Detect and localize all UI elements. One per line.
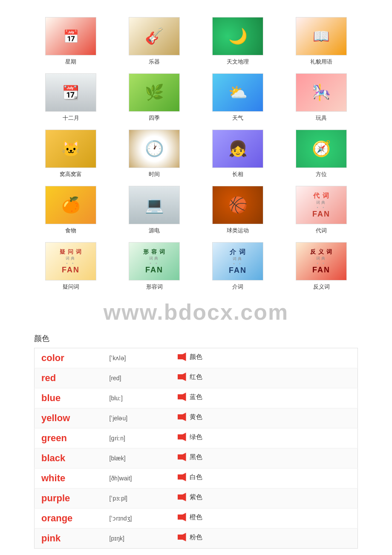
audio-icon-orange[interactable] [178, 513, 186, 521]
vocab-audio-blue[interactable]: 蓝色 [171, 388, 358, 405]
vocab-phonetic-yellow: [ˈjeləu] [103, 408, 171, 428]
category-item-siji[interactable]: 🌿 四季 [118, 73, 191, 122]
vocab-chinese-white: 白色 [190, 473, 202, 481]
audio-icon-purple[interactable] [178, 493, 186, 501]
category-image-jieci: 介 词 词典 • • FAN [212, 242, 263, 280]
category-item-liyong[interactable]: 📖 礼貌用语 [285, 17, 358, 66]
vocab-word-purple: purple [35, 489, 103, 509]
vocab-chinese-purple: 紫色 [190, 493, 202, 501]
vocab-word-pink: pink [35, 529, 103, 549]
audio-icon-red[interactable] [178, 373, 186, 381]
category-image-tianwen: 🌙 [212, 17, 263, 55]
category-label-changxiang: 长相 [232, 171, 243, 178]
category-item-shiwu[interactable]: 🍊 食物 [34, 186, 107, 234]
vocab-row-purple: purple [ˈpɜːpl] 紫色 [35, 489, 358, 509]
vocab-word-yellow: yellow [35, 408, 103, 428]
category-item-yueqi[interactable]: 🎸 乐器 [118, 17, 191, 66]
category-item-jieci[interactable]: 介 词 词典 • • FAN 介词 [201, 242, 274, 291]
vocab-audio-red[interactable]: 红色 [171, 368, 358, 385]
category-item-shijian[interactable]: 🕐 时间 [118, 130, 191, 178]
category-item-dianyuan[interactable]: 💻 源电 [118, 186, 191, 234]
vocab-word-orange: orange [35, 509, 103, 529]
vocab-audio-white[interactable]: 白色 [171, 468, 358, 486]
vocab-phonetic-blue: [bluː] [103, 388, 171, 408]
category-label-shijian: 时间 [149, 171, 160, 178]
vocab-row-green: green [ɡriːn] 绿色 [35, 428, 358, 448]
category-image-wenwenci: 疑 问 词 词典 • • FAN [45, 242, 96, 280]
audio-icon-yellow[interactable] [178, 413, 186, 421]
category-image-dianyuan: 💻 [129, 186, 180, 224]
vocab-chinese-pink: 粉色 [190, 533, 202, 541]
vocab-chinese-yellow: 黄色 [190, 413, 202, 421]
vocab-word-blue: blue [35, 388, 103, 408]
category-item-tianwen[interactable]: 🌙 天文地理 [201, 17, 274, 66]
category-label-shiwu: 食物 [65, 227, 76, 234]
vocab-row-yellow: yellow [ˈjeləu] 黄色 [35, 408, 358, 428]
vocab-phonetic-white: [ðh)wait] [103, 468, 171, 489]
vocab-audio-yellow[interactable]: 黄色 [171, 408, 358, 425]
audio-icon-black[interactable] [178, 453, 186, 461]
vocab-phonetic-red: [red] [103, 368, 171, 388]
section-title: 颜色 [34, 333, 358, 344]
vocab-row-pink: pink [pɪŋk] 粉色 [35, 529, 358, 549]
audio-icon-color[interactable] [178, 353, 186, 361]
vocab-audio-black[interactable]: 黑色 [171, 448, 358, 465]
audio-icon-pink[interactable] [178, 533, 186, 541]
category-label-yueqi: 乐器 [149, 58, 160, 66]
vocab-audio-orange[interactable]: 橙色 [171, 509, 358, 526]
vocab-phonetic-green: [ɡriːn] [103, 428, 171, 448]
category-label-siji: 四季 [149, 114, 160, 122]
category-image-miao: 🐱 [45, 130, 96, 168]
category-item-wenwenci[interactable]: 疑 问 词 词典 • • FAN 疑问词 [34, 242, 107, 291]
category-label-xingqi: 星期 [65, 58, 76, 66]
category-image-fanyici: 反 义 词 词典 • • FAN [296, 242, 347, 280]
category-item-wanju[interactable]: 🎠 玩具 [285, 73, 358, 122]
vocab-audio-color[interactable]: 颜色 [171, 348, 358, 365]
vocab-row-blue: blue [bluː] 蓝色 [35, 388, 358, 408]
vocab-table: color [ˈkʌlə] 颜色 red [red] 红色 blue [bluː… [34, 348, 358, 549]
category-label-tianqi: 天气 [232, 114, 243, 122]
category-item-xingqi[interactable]: 📅 星期 [34, 17, 107, 66]
category-item-miao[interactable]: 🐱 窝高窝富 [34, 130, 107, 178]
audio-icon-white[interactable] [178, 473, 186, 481]
vocab-word-color: color [35, 348, 103, 368]
vocab-chinese-color: 颜色 [190, 353, 202, 361]
category-image-fangwei: 🧭 [296, 130, 347, 168]
category-label-wenwenci: 疑问词 [63, 283, 79, 291]
audio-icon-green[interactable] [178, 433, 186, 441]
vocab-audio-purple[interactable]: 紫色 [171, 489, 358, 506]
audio-icon-blue[interactable] [178, 393, 186, 401]
vocab-phonetic-color: [ˈkʌlə] [103, 348, 171, 368]
category-item-shierye[interactable]: 📆 十二月 [34, 73, 107, 122]
vocab-chinese-black: 黑色 [190, 453, 202, 461]
vocab-word-red: red [35, 368, 103, 388]
category-label-xingrongci: 形容词 [146, 283, 163, 291]
category-label-daici: 代词 [316, 227, 327, 234]
category-label-shierye: 十二月 [63, 114, 79, 122]
vocab-word-green: green [35, 428, 103, 448]
category-image-xingqi: 📅 [45, 17, 96, 55]
vocab-audio-pink[interactable]: 粉色 [171, 529, 358, 546]
category-item-changxiang[interactable]: 👧 长相 [201, 130, 274, 178]
category-item-fanyici[interactable]: 反 义 词 词典 • • FAN 反义词 [285, 242, 358, 291]
category-image-shijian: 🕐 [129, 130, 180, 168]
category-label-qiuqiu: 球类运动 [227, 227, 249, 234]
vocab-row-white: white [ðh)wait] 白色 [35, 468, 358, 489]
category-label-fanyici: 反义词 [313, 283, 330, 291]
category-image-changxiang: 👧 [212, 130, 263, 168]
category-grid: 📅 星期 🎸 乐器 🌙 天文地理 📖 礼貌用语 📆 十二月 🌿 四季 ⛅ 天气 … [34, 17, 358, 291]
category-label-liyong: 礼貌用语 [310, 58, 332, 66]
vocab-word-black: black [35, 448, 103, 468]
category-item-tianqi[interactable]: ⛅ 天气 [201, 73, 274, 122]
vocab-audio-green[interactable]: 绿色 [171, 428, 358, 445]
category-item-xingrongci[interactable]: 形 容 词 词典 • • FAN 形容词 [118, 242, 191, 291]
category-image-shierye: 📆 [45, 73, 96, 112]
vocab-chinese-green: 绿色 [190, 433, 202, 441]
category-image-wanju: 🎠 [296, 73, 347, 112]
category-label-fangwei: 方位 [316, 171, 327, 178]
vocab-chinese-red: 红色 [190, 373, 202, 381]
category-item-fangwei[interactable]: 🧭 方位 [285, 130, 358, 178]
category-item-qiuqiu[interactable]: 🏀 球类运动 [201, 186, 274, 234]
category-item-daici[interactable]: 代 词 词典 • • FAN 代词 [285, 186, 358, 234]
category-image-daici: 代 词 词典 • • FAN [296, 186, 347, 224]
